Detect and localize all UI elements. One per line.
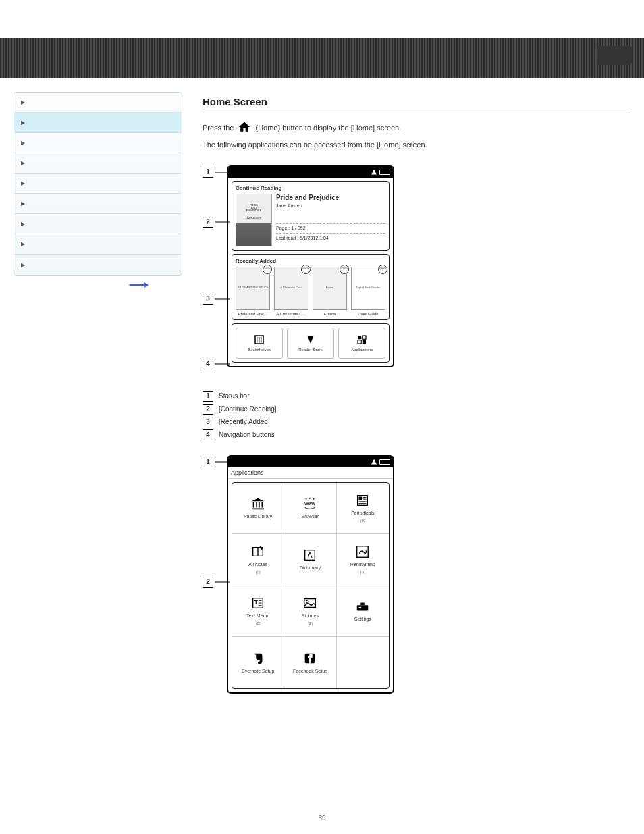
handwriting-icon — [354, 544, 371, 559]
app-settings[interactable]: Settings — [337, 585, 389, 637]
recent-item[interactable]: A Christmas CarolNEW A Christmas C… — [274, 267, 308, 316]
applications-icon — [356, 334, 368, 346]
section-title: Home Screen — [203, 96, 630, 107]
app-periodicals[interactable]: Periodicals (0) — [337, 483, 389, 534]
return-arrow-icon[interactable] — [128, 281, 149, 289]
app-dictionary[interactable]: A Dictionary — [284, 534, 336, 585]
svg-text:T: T — [254, 600, 258, 606]
app-all-notes[interactable]: All Notes (0) — [232, 534, 284, 585]
bookshelves-button[interactable]: Bookshelves — [236, 328, 283, 359]
main-content: Home Screen Press the (Home) button to d… — [203, 92, 630, 698]
callout-column: 1 2 — [203, 455, 217, 698]
battery-icon — [379, 459, 390, 465]
svg-rect-10 — [358, 336, 361, 339]
intro-para: The following applications can be access… — [203, 139, 630, 151]
svg-text:A: A — [308, 552, 313, 559]
sidebar-item[interactable]: ▶ — [14, 153, 182, 174]
sidebar-item[interactable]: ▶ — [14, 93, 182, 113]
sidebar-item[interactable]: ▶ — [14, 174, 182, 194]
applications-screenshot: Applications Public Library WWW Browser — [227, 455, 394, 694]
textmemo-icon: T — [250, 596, 266, 610]
svg-rect-11 — [363, 336, 366, 339]
app-handwriting[interactable]: Handwriting (3) — [337, 534, 389, 585]
notes-icon — [250, 544, 266, 559]
book-meta: Pride and Prejudice Jane Austen Page : 1… — [276, 194, 385, 246]
settings-icon — [354, 599, 371, 614]
status-bar — [228, 457, 393, 467]
apps-header: Applications — [228, 467, 393, 479]
sidebar-item[interactable]: ▶ — [14, 194, 182, 214]
app-text-memo[interactable]: T Text Memo (0) — [232, 585, 284, 637]
sidebar-item[interactable]: ▶ — [14, 255, 182, 275]
bookshelves-icon — [253, 334, 265, 346]
annot-list: 1Status bar 2[Continue Reading] 3[Recent… — [203, 391, 630, 440]
app-empty — [337, 637, 389, 688]
recent-item[interactable]: PRIDE AND PREJUDICENEW Pride and Prej… — [236, 267, 270, 316]
chevron-right-icon: ▶ — [21, 180, 25, 186]
panel-header: Recently Added — [236, 258, 385, 264]
callout-num: 2 — [203, 577, 213, 588]
panel-header: Continue Reading — [236, 185, 385, 191]
chevron-right-icon: ▶ — [21, 120, 25, 126]
wifi-icon — [371, 459, 377, 465]
rule — [203, 113, 630, 113]
new-badge: NEW — [340, 265, 349, 274]
sidebar-item[interactable]: ▶ — [14, 234, 182, 255]
recent-item[interactable]: Digital Book ReaderNEW User Guide — [351, 267, 385, 316]
home-icon — [238, 120, 251, 135]
periodicals-icon — [354, 493, 371, 508]
callout-num: 1 — [203, 167, 213, 178]
facebook-icon — [302, 651, 318, 666]
page-number: 39 — [0, 814, 644, 822]
svg-rect-37 — [361, 603, 365, 606]
new-badge: NEW — [378, 265, 387, 274]
apps-grid-panel: Public Library WWW Browser Periodicals (… — [232, 482, 390, 689]
chevron-right-icon: ▶ — [21, 201, 25, 207]
book-cover[interactable]: PRIDE AND PREJUDICE Jane Austen — [236, 194, 272, 246]
page-label: Page : 1 / 352 — [276, 226, 385, 230]
sidebar-item[interactable]: ▶ — [14, 133, 182, 153]
chevron-right-icon: ▶ — [21, 241, 25, 247]
svg-point-19 — [313, 498, 315, 500]
callout-column: 1 2 3 4 — [203, 165, 217, 382]
sidebar-nav: ▶ ▶ ▶ ▶ ▶ ▶ ▶ ▶ ▶ — [14, 92, 182, 276]
reader-store-icon — [304, 334, 317, 346]
sidebar-item[interactable]: ▶ — [14, 214, 182, 234]
battery-icon — [379, 170, 390, 175]
book-author: Jane Austen — [276, 203, 385, 208]
intro-prefix: Press the — [203, 124, 234, 132]
svg-point-17 — [306, 498, 307, 500]
app-evernote[interactable]: Evernote Setup — [232, 637, 284, 688]
sidebar-item[interactable]: ▶ — [14, 113, 182, 133]
chevron-right-icon: ▶ — [21, 262, 25, 268]
annot-num: 4 — [203, 429, 213, 440]
svg-rect-12 — [358, 340, 361, 344]
app-public-library[interactable]: Public Library — [232, 483, 284, 534]
app-browser[interactable]: WWW Browser — [284, 483, 336, 534]
applications-button[interactable]: Applications — [338, 328, 385, 359]
new-badge: NEW — [263, 265, 272, 274]
callout-num: 4 — [203, 359, 213, 369]
svg-rect-13 — [363, 340, 366, 344]
status-bar — [228, 167, 393, 178]
svg-rect-21 — [359, 497, 363, 500]
annot-num: 3 — [203, 417, 213, 427]
home-screenshot: Continue Reading PRIDE AND PREJUDICE Jan… — [227, 165, 394, 367]
app-pictures[interactable]: Pictures (2) — [284, 585, 336, 637]
recent-item[interactable]: EmmaNEW Emma — [313, 267, 347, 316]
svg-rect-36 — [357, 605, 369, 610]
chevron-right-icon: ▶ — [21, 160, 25, 166]
continue-reading-panel: Continue Reading PRIDE AND PREJUDICE Jan… — [232, 181, 390, 251]
callout-num: 2 — [203, 217, 213, 228]
pictures-icon — [302, 596, 318, 610]
svg-rect-34 — [304, 599, 316, 608]
nav-panel: Bookshelves Reader Store Applications — [232, 323, 390, 363]
annot-num: 1 — [203, 391, 213, 402]
last-read: Last read : 5/1/2012 1:04 — [276, 236, 385, 240]
recently-added-panel: Recently Added PRIDE AND PREJUDICENEW Pr… — [232, 254, 390, 320]
svg-rect-38 — [359, 607, 362, 608]
reader-store-button[interactable]: Reader Store — [287, 328, 334, 359]
app-facebook[interactable]: Facebook Setup — [284, 637, 336, 688]
callout-num: 3 — [203, 294, 213, 305]
evernote-icon — [250, 651, 266, 666]
